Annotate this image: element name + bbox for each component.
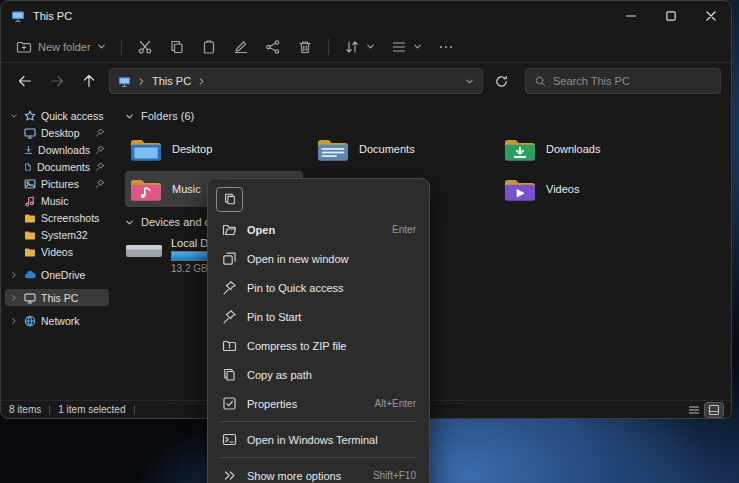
menu-item-shortcut: Enter: [392, 224, 416, 235]
rename-button[interactable]: [226, 34, 256, 60]
sidebar-label: Pictures: [41, 178, 79, 190]
window-controls: [611, 1, 731, 31]
new-folder-button[interactable]: New folder: [9, 34, 113, 60]
music-icon: [24, 195, 36, 207]
address-dropdown-button[interactable]: [465, 77, 474, 86]
folder-name: Desktop: [172, 143, 212, 155]
chevron-down-icon: [413, 42, 422, 51]
large-icons-view-button[interactable]: [705, 403, 723, 417]
chevron-down-icon: [97, 42, 106, 51]
sidebar-item-quick-access[interactable]: Quick access: [5, 107, 109, 124]
search-input[interactable]: [553, 75, 712, 87]
forward-button[interactable]: [43, 68, 71, 94]
menu-item-compress-to-zip[interactable]: Compress to ZIP file: [212, 331, 425, 360]
menu-item-label: Pin to Start: [247, 311, 301, 323]
refresh-button[interactable]: [487, 68, 515, 94]
folder-tile-downloads[interactable]: Downloads: [499, 131, 677, 167]
pin-icon: [95, 162, 105, 172]
titlebar[interactable]: This PC: [1, 1, 731, 31]
sidebar-item-network[interactable]: Network: [5, 312, 109, 329]
menu-item-shortcut: Shift+F10: [373, 470, 416, 481]
folder-tile-videos[interactable]: Videos: [499, 171, 677, 207]
menu-divider: [220, 457, 417, 458]
sidebar-item-videos[interactable]: Videos: [5, 243, 109, 260]
up-button[interactable]: [75, 68, 103, 94]
sidebar-label: Videos: [41, 246, 73, 258]
forward-icon: [49, 73, 65, 89]
view-button[interactable]: [384, 34, 429, 60]
folder-tile-documents[interactable]: Documents: [312, 131, 490, 167]
close-button[interactable]: [691, 1, 731, 31]
chevron-down-icon: [125, 218, 134, 227]
menu-item-label: Compress to ZIP file: [247, 340, 346, 352]
context-menu-quick-actions: [212, 183, 425, 215]
menu-item-open-in-new-window[interactable]: Open in new window: [212, 244, 425, 273]
sidebar-item-system32[interactable]: System32: [5, 226, 109, 243]
copy-button[interactable]: [162, 34, 192, 60]
menu-item-show-more-options[interactable]: Show more options Shift+F10: [212, 461, 425, 483]
toolbar-divider: [121, 39, 122, 55]
pin-icon: [221, 280, 237, 295]
chevron-down-icon: [465, 77, 474, 86]
folder-icon: [24, 229, 36, 241]
sidebar-item-desktop[interactable]: Desktop: [5, 124, 109, 141]
sidebar-item-documents[interactable]: Documents: [5, 158, 109, 175]
back-button[interactable]: [11, 68, 39, 94]
menu-item-copy-as-path[interactable]: Copy as path: [212, 360, 425, 389]
sidebar-item-this-pc[interactable]: This PC: [5, 289, 109, 306]
menu-item-pin-to-quick-access[interactable]: Pin to Quick access: [212, 273, 425, 302]
address-bar[interactable]: This PC: [109, 68, 483, 94]
this-pc-window-icon: [11, 9, 25, 23]
folder-name: Videos: [546, 183, 579, 195]
sidebar-label: Network: [41, 315, 80, 327]
menu-item-pin-to-start[interactable]: Pin to Start: [212, 302, 425, 331]
folder-name: Documents: [359, 143, 415, 155]
chevron-right-icon: [137, 77, 146, 86]
folder-icon: [24, 212, 36, 224]
sidebar-item-downloads[interactable]: Downloads: [5, 141, 109, 158]
chevron-right-icon[interactable]: [9, 271, 19, 279]
sidebar-item-pictures[interactable]: Pictures: [5, 175, 109, 192]
toolbar-divider: [328, 39, 329, 55]
chevron-down-icon[interactable]: [9, 112, 19, 120]
see-more-icon: [438, 39, 454, 55]
maximize-button[interactable]: [651, 1, 691, 31]
quick-copy-button[interactable]: [216, 187, 243, 212]
minimize-icon: [626, 11, 636, 21]
sidebar-item-music[interactable]: Music: [5, 192, 109, 209]
sidebar-item-onedrive[interactable]: OneDrive: [5, 266, 109, 283]
details-view-icon: [688, 404, 700, 416]
menu-item-open-in-windows-terminal[interactable]: Open in Windows Terminal: [212, 425, 425, 454]
menu-item-open[interactable]: Open Enter: [212, 215, 425, 244]
open-new-window-icon: [221, 251, 237, 266]
sidebar-item-screenshots[interactable]: Screenshots: [5, 209, 109, 226]
menu-item-label: Open in new window: [247, 253, 349, 265]
chevron-down-icon: [366, 42, 375, 51]
delete-button[interactable]: [290, 34, 320, 60]
computer-icon: [24, 292, 36, 304]
cut-button[interactable]: [130, 34, 160, 60]
navigation-bar: This PC: [1, 63, 731, 99]
up-icon: [81, 73, 97, 89]
onedrive-cloud-icon: [24, 269, 36, 281]
share-button[interactable]: [258, 34, 288, 60]
minimize-button[interactable]: [611, 1, 651, 31]
folder-icon: [24, 246, 36, 258]
menu-item-properties[interactable]: Properties Alt+Enter: [212, 389, 425, 418]
search-box[interactable]: [525, 68, 721, 94]
chevron-right-icon[interactable]: [9, 294, 19, 302]
chevron-right-icon[interactable]: [9, 317, 19, 325]
hard-drive-icon: [125, 237, 163, 263]
breadcrumb-this-pc[interactable]: This PC: [152, 75, 191, 87]
back-icon: [17, 73, 33, 89]
menu-item-label: Open in Windows Terminal: [247, 434, 378, 446]
star-icon: [24, 110, 36, 122]
sidebar-label: Downloads: [38, 144, 90, 156]
details-view-button[interactable]: [685, 403, 703, 417]
paste-button[interactable]: [194, 34, 224, 60]
folders-section-header[interactable]: Folders (6): [125, 107, 731, 125]
folder-tile-desktop[interactable]: Desktop: [125, 131, 303, 167]
sort-button[interactable]: [337, 34, 382, 60]
see-more-button[interactable]: [431, 34, 461, 60]
sidebar-label: Quick access: [41, 110, 103, 122]
